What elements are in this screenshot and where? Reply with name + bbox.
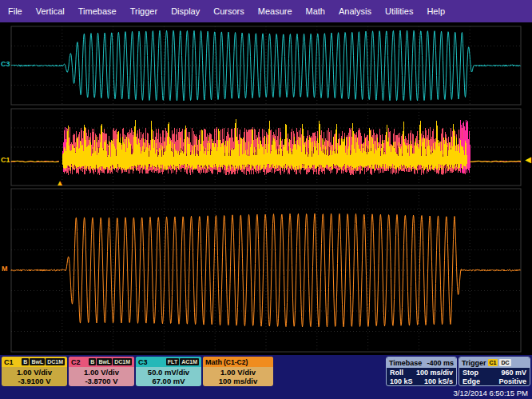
descriptor-trigger[interactable]: TriggerC1DCStop960 mVEdgePositive (459, 357, 530, 386)
menu-item-math[interactable]: Math (306, 6, 325, 16)
row-value: 100 ms/div (416, 369, 453, 377)
menu-item-timebase[interactable]: Timebase (78, 6, 117, 16)
descriptor-label: Math (205, 358, 222, 366)
badge-c1: C1 (488, 359, 498, 366)
menu-item-utilities[interactable]: Utilities (385, 6, 413, 16)
menu-item-measure[interactable]: Measure (258, 6, 292, 16)
descriptor-header: TriggerC1DC (459, 357, 530, 368)
badge-bwl: BwL (30, 358, 45, 365)
timebase-value: -400 ms (427, 359, 454, 367)
menu-item-help[interactable]: Help (427, 6, 445, 16)
row-value: 960 mV (501, 369, 526, 377)
row-label: Roll (390, 369, 403, 377)
descriptor-row: C1BBwLDC1M1.00 V/div-3.9100 VC2BBwLDC1M1… (2, 357, 530, 386)
datetime: 3/12/2014 6:50:15 PM (454, 389, 529, 397)
descriptor-value-row: 100 kS100 kS/s (387, 377, 456, 386)
descriptor-timebase[interactable]: Timebase-400 msRoll100 ms/div100 kS100 k… (386, 357, 457, 386)
descriptor-label: C2 (71, 358, 81, 366)
trigger-level-marker[interactable]: ◀ (525, 156, 531, 164)
descriptor-values: 1.00 V/div-3.9100 V (2, 367, 67, 385)
row-label: Stop (463, 369, 478, 377)
row-value: 100 kS/s (424, 377, 453, 386)
menu-item-cursors[interactable]: Cursors (213, 6, 244, 16)
channel-descriptor-c3[interactable]: C3FLTAC1M50.0 mV/div67.00 mV (136, 357, 201, 386)
badge-b: B (89, 358, 96, 365)
descriptor-header: Timebase-400 ms (387, 357, 456, 368)
descriptor-value-row: EdgePositive (459, 377, 530, 386)
descriptor-badges: BBwLDC1M (22, 358, 65, 365)
trace-label-m[interactable]: M (2, 265, 8, 273)
badge-dc1m: DC1M (113, 358, 132, 365)
menu-item-trigger[interactable]: Trigger (130, 6, 157, 16)
trigger-title: Trigger (462, 359, 486, 367)
descriptor-values: 50.0 mV/div67.00 mV (136, 367, 201, 385)
status-bar: C1BBwLDC1M1.00 V/div-3.9100 VC2BBwLDC1M1… (0, 355, 532, 399)
row-label: Edge (463, 377, 480, 386)
badge-flt: FLT (166, 358, 179, 365)
menu-item-file[interactable]: File (8, 6, 22, 16)
badge-dc: DC (499, 359, 510, 366)
row-value: Positive (498, 377, 526, 386)
descriptor-value-row: Roll100 ms/div (387, 369, 456, 377)
waveform-display[interactable]: C3C1M◀▲ (0, 22, 532, 355)
trace-label-c3[interactable]: C3 (1, 60, 10, 68)
timebase-title: Timebase (389, 359, 422, 367)
row-label: 100 kS (390, 377, 413, 386)
menu-item-analysis[interactable]: Analysis (339, 6, 371, 16)
descriptor-header: C2BBwLDC1M (69, 357, 134, 367)
descriptor-value-row: Stop960 mV (459, 369, 530, 377)
descriptor-values: Stop960 mVEdgePositive (459, 368, 530, 386)
trigger-time-marker[interactable]: ▲ (56, 179, 64, 187)
channel-descriptor-math[interactable]: Math(C1-C2)1.00 V/div100 ms/div (203, 357, 273, 386)
channel-descriptor-c2[interactable]: C2BBwLDC1M1.00 V/div-3.8700 V (69, 357, 134, 386)
menu-bar: FileVerticalTimebaseTriggerDisplayCursor… (0, 0, 532, 22)
descriptor-values: 1.00 V/div-3.8700 V (69, 367, 134, 385)
descriptor-value: -3.9100 V (2, 377, 67, 385)
descriptor-value: 67.00 mV (136, 377, 201, 385)
badge-ac1m: AC1M (180, 358, 199, 365)
trace-math (11, 213, 521, 327)
menu-item-vertical[interactable]: Vertical (36, 6, 65, 16)
descriptor-header: C1BBwLDC1M (2, 357, 67, 367)
trace-label-c1[interactable]: C1 (1, 156, 10, 164)
badge-dc1m: DC1M (46, 358, 65, 365)
channel-descriptor-c1[interactable]: C1BBwLDC1M1.00 V/div-3.9100 V (2, 357, 67, 386)
descriptor-label: C1 (4, 358, 14, 366)
descriptor-value: -3.8700 V (69, 377, 134, 385)
descriptor-value: 100 ms/div (203, 377, 273, 385)
descriptor-values: Roll100 ms/div100 kS100 kS/s (387, 368, 456, 386)
oscilloscope-app: FileVerticalTimebaseTriggerDisplayCursor… (0, 0, 532, 399)
descriptor-label: C3 (138, 358, 148, 366)
descriptor-values: 1.00 V/div100 ms/div (203, 367, 273, 385)
badge-b: B (22, 358, 29, 365)
descriptor-badges: FLTAC1M (166, 358, 199, 365)
descriptor-badges: BBwLDC1M (89, 358, 132, 365)
descriptor-header: C3FLTAC1M (136, 357, 201, 367)
badge-bwl: BwL (97, 358, 112, 365)
menu-item-display[interactable]: Display (171, 6, 200, 16)
descriptor-value: 1.00 V/div (2, 368, 67, 377)
waveform-svg (0, 22, 532, 355)
descriptor-value: 50.0 mV/div (136, 368, 201, 377)
descriptor-source: (C1-C2) (224, 358, 248, 366)
descriptor-value: 1.00 V/div (69, 368, 134, 377)
descriptor-value: 1.00 V/div (203, 368, 273, 377)
descriptor-header: Math(C1-C2) (203, 357, 273, 367)
